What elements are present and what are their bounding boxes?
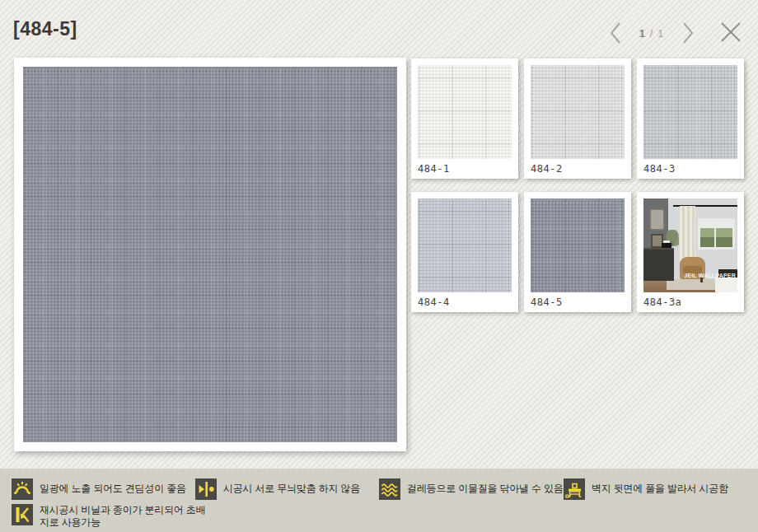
books [662, 243, 671, 248]
legend-item-free-match: 시공시 서로 무늬맞춤 하지 않음 [195, 478, 360, 500]
legend-bar: 일광에 노출 되어도 견딤성이 좋음 시공시 서로 무늬맞춤 하지 않음 걸레등… [0, 469, 758, 532]
swatch-image-484-4 [418, 198, 512, 292]
main-swatch-card [14, 58, 406, 451]
legend-item-paste: 벽지 뒷면에 풀을 발라서 시공함 [564, 478, 728, 500]
legend-text: 시공시 서로 무늬맞춤 하지 않음 [223, 478, 360, 495]
window [698, 218, 735, 250]
close-button[interactable] [717, 20, 745, 46]
wallpaper-viewer: { "header": { "title": "[484-5]", "pager… [0, 0, 758, 532]
total-pages: 1 [657, 27, 664, 40]
swatch-image-484-5 [531, 198, 625, 292]
washable-icon [379, 478, 400, 500]
close-icon [719, 21, 742, 46]
thumbnail-484-5[interactable]: 484-5 [524, 192, 631, 312]
main-swatch-image [23, 67, 397, 442]
thumbnail-484-3a[interactable]: JEIL WALLPAPER 484-3a [637, 192, 744, 312]
legend-item-strippable: 재시공시 비닐과 종이가 분리되어 초배지로 사용가능 [12, 504, 208, 529]
sunlight-resistant-icon [12, 478, 33, 500]
page-indicator: 1 / 1 [629, 27, 674, 40]
bed [715, 278, 737, 292]
thumbnail-label: 484-3 [643, 159, 737, 179]
chevron-right-icon [680, 21, 696, 45]
legend-text: 걸레등으로 이물질을 닦아낼 수 있음 [407, 478, 564, 495]
swatch-image-484-3 [643, 65, 737, 159]
brand-watermark: JEIL WALLPAPER [684, 273, 736, 278]
mirror [649, 208, 665, 231]
thumbnail-484-4[interactable]: 484-4 [411, 192, 518, 312]
legend-item-washable: 걸레등으로 이물질을 닦아낼 수 있음 [379, 478, 564, 500]
chevron-left-icon [607, 21, 624, 45]
thumbnail-label: 484-3a [643, 292, 737, 312]
swatch-image-484-1 [418, 65, 512, 159]
books [663, 240, 670, 243]
thumbnail-484-2[interactable]: 484-2 [524, 58, 631, 179]
pager: 1 / 1 [601, 20, 745, 46]
window-bar [714, 220, 716, 248]
swatch-image-484-2 [531, 65, 625, 159]
legend-item-sunlight: 일광에 노출 되어도 견딤성이 좋음 [12, 478, 186, 500]
prev-page-button[interactable] [601, 20, 629, 46]
current-page: 1 [639, 27, 646, 40]
strippable-icon [12, 504, 33, 525]
next-page-button[interactable] [674, 20, 702, 46]
thumbnail-label: 484-4 [418, 292, 512, 312]
free-pattern-match-icon [195, 478, 217, 500]
room-photo-484-3a: JEIL WALLPAPER [643, 198, 737, 292]
legend-text: 벽지 뒷면에 풀을 발라서 시공함 [592, 478, 728, 495]
paste-back-icon [564, 478, 585, 500]
thumbnail-label: 484-5 [531, 292, 625, 312]
thumbnail-label: 484-1 [418, 159, 512, 179]
thumbnail-484-1[interactable]: 484-1 [411, 58, 518, 179]
thumbnail-grid: 484-1 484-2 484-3 484-4 484-5 [411, 58, 744, 312]
dresser [643, 248, 674, 281]
page-title: [484-5] [13, 18, 77, 40]
legend-text: 재시공시 비닐과 종이가 분리되어 초배지로 사용가능 [40, 504, 208, 529]
thumbnail-label: 484-2 [531, 159, 625, 179]
legend-text: 일광에 노출 되어도 견딤성이 좋음 [40, 478, 186, 495]
thumbnail-484-3[interactable]: 484-3 [637, 58, 744, 179]
page-separator: / [650, 27, 654, 40]
